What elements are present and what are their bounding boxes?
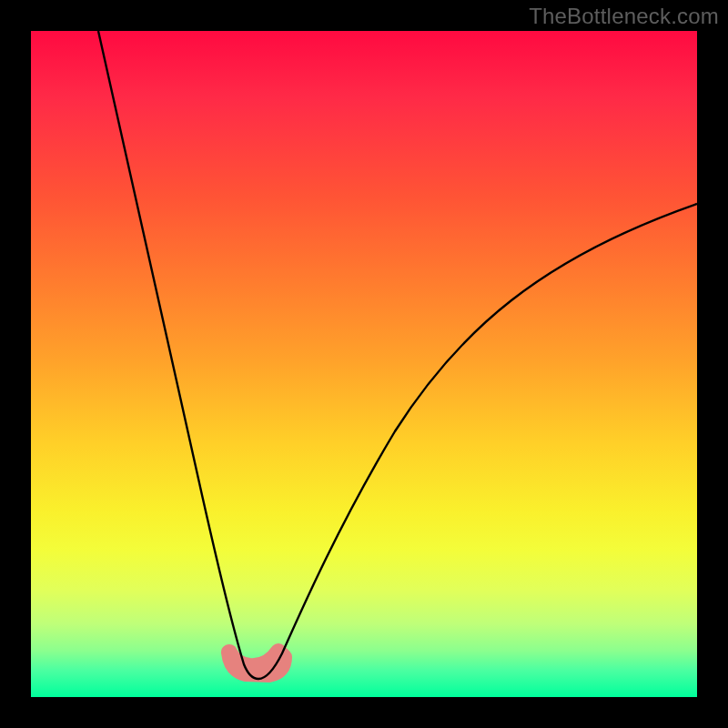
plot-area: [31, 31, 697, 697]
curve-right-branch: [258, 204, 697, 679]
curve-layer: [31, 31, 697, 697]
watermark-text: TheBottleneck.com: [529, 4, 719, 29]
curve-left-branch: [98, 31, 258, 679]
chart-container: TheBottleneck.com: [0, 0, 728, 728]
